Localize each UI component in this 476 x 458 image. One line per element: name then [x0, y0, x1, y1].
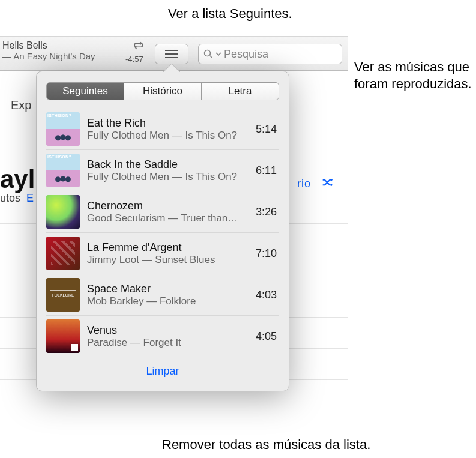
track-subtitle: Fully Clothed Men — Is This On?	[87, 130, 249, 142]
search-placeholder: Pesquisa	[224, 48, 268, 61]
background-text: Exp	[11, 98, 31, 112]
track-title: Space Maker	[87, 283, 249, 295]
callout-bottom: Remover todas as músicas da lista.	[162, 437, 370, 453]
album-art	[46, 319, 80, 353]
svg-line-4	[210, 56, 213, 59]
callout-right: Ver as músicas que foram reproduzidas.	[354, 59, 476, 92]
svg-rect-2	[165, 57, 178, 58]
tab-historico[interactable]: Histórico	[124, 83, 202, 100]
track-row[interactable]: Space Maker Mob Barkley — Folklore 4:03	[46, 274, 279, 316]
track-row[interactable]: Chernozem Good Secularism — Truer than… …	[46, 191, 279, 233]
background-link-fragment[interactable]: E	[26, 192, 34, 205]
track-subtitle: Jimmy Loot — Sunset Blues	[87, 254, 249, 266]
svg-point-3	[205, 50, 211, 56]
track-duration: 4:03	[256, 289, 279, 301]
track-title: Venus	[87, 324, 249, 337]
track-title: Chernozem	[87, 200, 249, 212]
track-row[interactable]: Eat the Rich Fully Clothed Men — Is This…	[46, 109, 279, 150]
up-next-popover: Seguintes Histórico Letra Eat the Rich F…	[36, 71, 289, 391]
tab-letra[interactable]: Letra	[202, 83, 279, 100]
shuffle-icon[interactable]	[322, 178, 334, 187]
now-playing-subtitle: — An Easy Night's Day	[2, 51, 120, 61]
album-art	[46, 112, 80, 146]
track-subtitle: Mob Barkley — Folklore	[87, 295, 249, 307]
track-subtitle: Good Secularism — Truer than…	[87, 212, 249, 224]
track-row[interactable]: La Femme d'Argent Jimmy Loot — Sunset Bl…	[46, 233, 279, 274]
track-duration: 3:26	[256, 206, 279, 218]
now-playing[interactable]: Hells Bells — An Easy Night's Day	[2, 40, 120, 61]
tab-seguintes[interactable]: Seguintes	[47, 83, 124, 100]
svg-rect-0	[165, 50, 178, 51]
segmented-control: Seguintes Histórico Letra	[46, 82, 279, 100]
svg-rect-1	[165, 53, 178, 55]
list-icon	[165, 49, 178, 59]
album-art	[46, 195, 80, 229]
track-list: Eat the Rich Fully Clothed Men — Is This…	[46, 109, 279, 357]
album-art	[46, 154, 80, 187]
queue-button[interactable]	[155, 44, 188, 64]
track-subtitle: Fully Clothed Men — Is This On?	[87, 171, 249, 183]
search-input[interactable]: Pesquisa	[198, 44, 342, 64]
popover-arrow	[162, 64, 180, 72]
track-title: Back In the Saddle	[87, 158, 249, 171]
track-title: La Femme d'Argent	[87, 241, 249, 254]
background-link-fragment[interactable]: rio	[297, 178, 311, 190]
search-icon	[203, 49, 213, 59]
track-title: Eat the Rich	[87, 117, 249, 130]
track-row[interactable]: Venus Paradise — Forget It 4:05	[46, 316, 279, 357]
album-art	[46, 278, 80, 312]
remaining-time[interactable]: -4:57	[125, 55, 143, 64]
album-art	[46, 237, 80, 270]
track-duration: 6:11	[256, 164, 279, 177]
track-duration: 7:10	[256, 247, 279, 260]
repeat-icon[interactable]	[133, 41, 144, 50]
chevron-down-icon	[215, 51, 221, 57]
track-duration: 5:14	[256, 123, 279, 136]
callout-top: Ver a lista Seguintes.	[168, 6, 292, 22]
clear-button[interactable]: Limpar	[46, 365, 279, 378]
divider	[0, 411, 348, 411]
now-playing-title: Hells Bells	[2, 40, 120, 51]
track-row[interactable]: Back In the Saddle Fully Clothed Men — I…	[46, 150, 279, 191]
track-duration: 4:05	[256, 330, 279, 343]
background-text: utos	[0, 192, 20, 205]
track-subtitle: Paradise — Forget It	[87, 337, 249, 349]
